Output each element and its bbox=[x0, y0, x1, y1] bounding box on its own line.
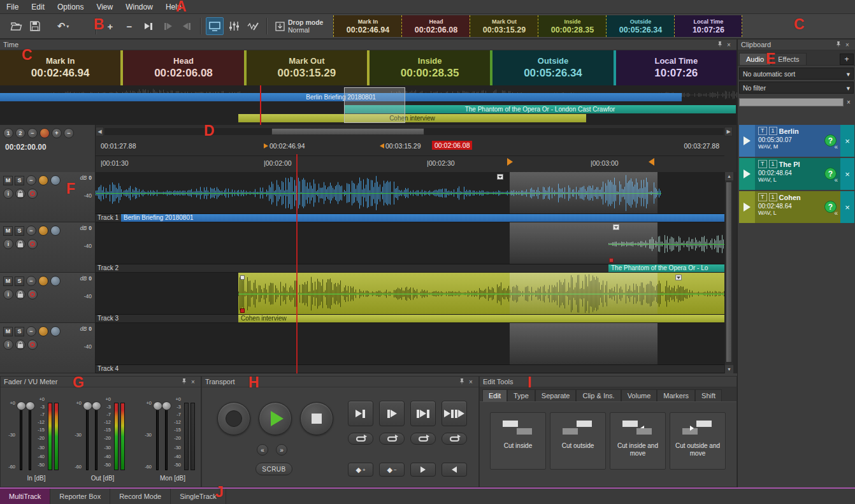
zoom-preset-2-button[interactable]: 2 bbox=[15, 128, 25, 138]
scrollbar-thumb[interactable] bbox=[271, 128, 424, 135]
meter-mode-icon[interactable] bbox=[38, 326, 48, 336]
track-1-lane[interactable] bbox=[96, 172, 724, 214]
selection-start-icon[interactable] bbox=[507, 158, 513, 166]
clip-handle[interactable] bbox=[240, 275, 245, 280]
cut-outside-and-move-button[interactable]: Cut outside and move bbox=[670, 412, 726, 470]
clip-label[interactable]: Berlin Briefing 20180801 bbox=[121, 214, 724, 222]
add-marker-button[interactable]: ◆+ bbox=[348, 463, 373, 477]
remove-clip-button[interactable]: × bbox=[840, 191, 854, 223]
solo-button[interactable]: S bbox=[15, 226, 24, 236]
tab-volume[interactable]: Volume bbox=[621, 389, 657, 401]
clip-label[interactable]: The Phantom of the Opera Or - Lo bbox=[608, 264, 724, 272]
overview-viewport[interactable] bbox=[344, 87, 405, 123]
play-button[interactable] bbox=[739, 191, 755, 223]
menu-edit[interactable]: Edit bbox=[25, 3, 51, 11]
clipboard-item-phantom[interactable]: T 1 The Pl 00:02:48.64 WAV, L« ? × bbox=[739, 158, 854, 190]
project-overview[interactable]: Berlin Briefing 20180801 The Phantom of … bbox=[0, 85, 737, 125]
meter-icon[interactable] bbox=[50, 276, 61, 286]
mark-out-marker[interactable]: 00:03:15.29 bbox=[380, 142, 420, 150]
track-name[interactable]: Track 3 bbox=[97, 315, 119, 322]
input-fader[interactable] bbox=[29, 403, 31, 470]
next-marker-button[interactable] bbox=[410, 463, 436, 477]
record-button[interactable] bbox=[217, 402, 250, 435]
overview-clip-cohen[interactable]: Cohen interview bbox=[238, 114, 586, 122]
scrollbar-thumb[interactable] bbox=[726, 182, 732, 363]
play-button[interactable] bbox=[259, 402, 292, 435]
previous-marker-button[interactable] bbox=[442, 463, 467, 477]
zoom-out-button[interactable]: − bbox=[27, 128, 38, 138]
remove-marker-button[interactable]: − bbox=[120, 17, 138, 35]
tab-clip-ins[interactable]: Clip & Ins. bbox=[576, 389, 621, 401]
scroll-left-button[interactable]: ◀ bbox=[96, 127, 104, 136]
record-arm-button[interactable] bbox=[27, 189, 38, 199]
info-button[interactable]: i bbox=[3, 239, 13, 249]
track-name[interactable]: Track 1 bbox=[97, 214, 119, 222]
play-from-cursor-button[interactable] bbox=[379, 401, 405, 426]
lock-button[interactable] bbox=[15, 289, 25, 299]
cut-outside-button[interactable]: Cut outside bbox=[550, 412, 606, 470]
waveform-edit-button[interactable] bbox=[244, 17, 262, 35]
input-fader[interactable] bbox=[20, 403, 22, 470]
meter-mode-icon[interactable] bbox=[38, 276, 48, 286]
play-button[interactable] bbox=[739, 158, 755, 190]
pin-icon[interactable] bbox=[457, 378, 466, 386]
scrollbar-track[interactable] bbox=[104, 128, 724, 135]
cut-inside-and-move-button[interactable]: Cut inside and move bbox=[610, 412, 666, 470]
record-arm-button[interactable] bbox=[27, 239, 38, 249]
workspace-tab-record-mode[interactable]: Record Mode bbox=[110, 489, 171, 504]
fader-knob[interactable] bbox=[83, 401, 92, 410]
loop-button[interactable] bbox=[348, 433, 373, 445]
play-around-selection-button[interactable] bbox=[442, 401, 467, 426]
loop-button[interactable] bbox=[442, 433, 467, 445]
close-icon[interactable]: × bbox=[843, 41, 852, 49]
minimize-button[interactable]: − bbox=[26, 326, 36, 336]
track-name[interactable]: Track 4 bbox=[97, 365, 119, 373]
track-2-lane[interactable] bbox=[96, 222, 724, 264]
scroll-right-button[interactable]: ▶ bbox=[724, 127, 733, 136]
minimize-button[interactable]: − bbox=[26, 226, 36, 236]
solo-button[interactable]: S bbox=[15, 327, 24, 336]
workspace-tab-multitrack[interactable]: MultiTrack bbox=[0, 489, 50, 504]
workspace-tab-reporter-box[interactable]: Reporter Box bbox=[50, 489, 110, 504]
meter-icon[interactable] bbox=[50, 175, 61, 185]
help-badge[interactable]: ? bbox=[824, 134, 837, 147]
forward-button[interactable]: » bbox=[276, 444, 287, 456]
close-icon[interactable]: × bbox=[189, 378, 198, 386]
minimize-button[interactable]: − bbox=[26, 175, 36, 185]
nudge-right-button[interactable] bbox=[178, 17, 196, 35]
solo-button[interactable]: S bbox=[15, 176, 24, 185]
info-button[interactable]: i bbox=[3, 189, 13, 199]
fader-knob[interactable] bbox=[153, 401, 162, 410]
info-button[interactable]: i bbox=[3, 340, 13, 350]
menu-view[interactable]: View bbox=[90, 3, 119, 11]
save-button[interactable] bbox=[26, 17, 44, 35]
loop-button[interactable] bbox=[379, 433, 405, 445]
track-4-lane[interactable] bbox=[96, 323, 724, 365]
zoom-in-button[interactable]: + bbox=[52, 128, 62, 138]
close-icon[interactable]: × bbox=[466, 378, 475, 386]
clipboard-item-berlin[interactable]: T 1 Berlin 00:05:30.07 WAV, M« ? × bbox=[739, 125, 854, 157]
track-name[interactable]: Track 2 bbox=[97, 264, 119, 272]
play-to-cursor-button[interactable] bbox=[348, 401, 373, 426]
horizontal-scrollbar[interactable]: ◀ ▶ bbox=[96, 127, 733, 137]
menu-file[interactable]: File bbox=[0, 3, 25, 11]
playhead-cursor[interactable] bbox=[296, 154, 298, 373]
lock-button[interactable] bbox=[15, 239, 25, 249]
ruler-ticks-row[interactable]: |00:01:30 |00:02:00 |00:02:30 |00:03:00 bbox=[96, 155, 724, 172]
pin-icon[interactable] bbox=[180, 378, 189, 386]
range-marker-button[interactable] bbox=[40, 128, 50, 138]
scrub-button[interactable]: SCRUB bbox=[255, 463, 292, 475]
snap-to-cursor-button[interactable] bbox=[140, 17, 157, 35]
overview-clip-berlin[interactable]: Berlin Briefing 20180801 bbox=[0, 93, 682, 101]
menu-window[interactable]: Window bbox=[119, 3, 159, 11]
clip-label[interactable]: Cohen interview bbox=[238, 315, 724, 322]
record-arm-button[interactable] bbox=[27, 289, 38, 299]
output-fader[interactable] bbox=[86, 403, 89, 470]
clip-marker-icon[interactable] bbox=[675, 275, 682, 280]
tab-effects[interactable]: Effects bbox=[771, 53, 806, 65]
monitor-toggle-button[interactable] bbox=[206, 17, 224, 35]
clip-marker-icon[interactable] bbox=[497, 174, 503, 180]
filter-dropdown[interactable]: No filter ▾ bbox=[739, 82, 854, 94]
open-button[interactable] bbox=[7, 17, 25, 35]
monitor-fader[interactable] bbox=[165, 403, 168, 470]
